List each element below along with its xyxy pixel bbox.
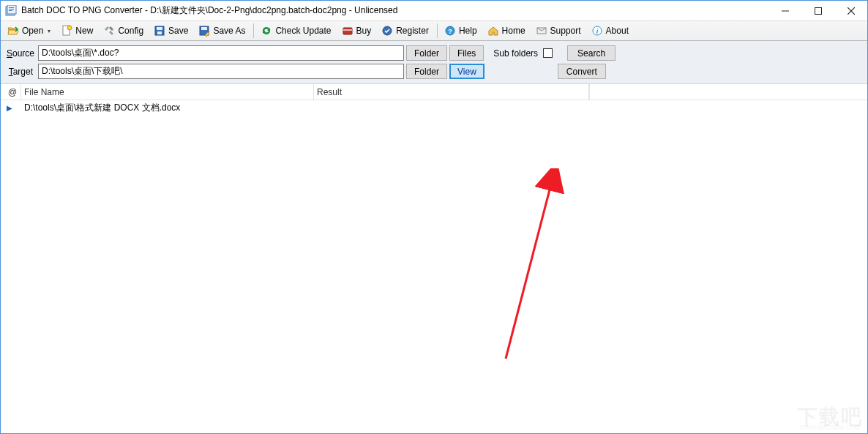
register-icon (381, 25, 393, 37)
svg-rect-6 (815, 7, 821, 14)
table-row[interactable]: ▶D:\tools\桌面\格式新建 DOCX 文档.docx (1, 100, 867, 115)
svg-rect-2 (9, 7, 14, 8)
col-at[interactable]: @ (1, 84, 21, 100)
save-icon (154, 25, 165, 37)
sub-folders-label: Sub folders (493, 48, 538, 59)
col-result[interactable]: Result (314, 84, 589, 100)
about-button[interactable]: i About (588, 23, 634, 39)
app-icon (5, 5, 17, 17)
home-label: Home (502, 26, 525, 36)
svg-rect-15 (343, 29, 352, 31)
watermark: 下载吧 (797, 403, 863, 431)
svg-rect-14 (343, 28, 352, 34)
separator (253, 23, 254, 38)
about-label: About (606, 26, 629, 36)
toolbar: Open ▾ New Config Save Save As Check Upd… (1, 21, 867, 41)
save-as-button[interactable]: Save As (195, 23, 250, 39)
target-label: Target (7, 67, 36, 77)
col-spacer (589, 84, 867, 100)
source-input[interactable] (38, 45, 404, 61)
source-row: Source Folder Files Sub folders Search (7, 45, 861, 61)
file-list: @ File Name Result ▶D:\tools\桌面\格式新建 DOC… (1, 84, 867, 433)
save-label: Save (168, 26, 188, 36)
config-button[interactable]: Config (100, 23, 149, 39)
close-button[interactable] (834, 1, 867, 21)
annotation-arrow (498, 168, 586, 366)
check-update-button[interactable]: Check Update (257, 23, 336, 39)
watermark-url: www.xiazaiba.com (800, 423, 860, 431)
home-button[interactable]: Home (484, 23, 531, 39)
svg-rect-11 (157, 31, 162, 34)
config-label: Config (118, 26, 143, 36)
open-label: Open (22, 26, 43, 36)
help-button[interactable]: ? Help (441, 23, 482, 39)
config-icon (103, 25, 115, 37)
col-filename[interactable]: File Name (21, 84, 314, 100)
row-filename: D:\tools\桌面\格式新建 DOCX 文档.docx (21, 102, 314, 114)
save-button[interactable]: Save (150, 23, 193, 39)
source-files-button[interactable]: Files (449, 45, 484, 61)
target-input[interactable] (38, 64, 404, 79)
svg-rect-13 (201, 27, 207, 30)
window-controls (768, 1, 867, 21)
help-icon: ? (444, 25, 456, 37)
help-label: Help (459, 26, 477, 36)
support-label: Support (550, 26, 581, 36)
convert-button[interactable]: Convert (558, 64, 606, 79)
titlebar: Batch DOC TO PNG Converter - D:\新建文件夹\Do… (1, 1, 867, 21)
register-label: Register (396, 26, 429, 36)
register-button[interactable]: Register (378, 23, 434, 39)
search-button[interactable]: Search (567, 45, 616, 61)
sub-folders-checkbox[interactable] (543, 48, 553, 58)
svg-rect-3 (9, 9, 14, 10)
view-button[interactable]: View (449, 64, 484, 79)
svg-point-8 (67, 26, 72, 30)
play-icon: ▶ (1, 104, 21, 112)
svg-rect-5 (782, 10, 789, 11)
save-as-label: Save As (213, 26, 245, 36)
open-button[interactable]: Open ▾ (4, 23, 56, 39)
maximize-button[interactable] (801, 1, 834, 21)
buy-icon (342, 25, 353, 37)
save-as-icon (198, 25, 210, 37)
target-folder-button[interactable]: Folder (406, 64, 447, 79)
open-folder-icon (7, 25, 19, 37)
separator (437, 23, 438, 38)
source-label: Source (7, 48, 36, 59)
buy-label: Buy (356, 26, 372, 36)
support-button[interactable]: Support (532, 23, 586, 39)
svg-line-23 (506, 176, 553, 359)
window-title: Batch DOC TO PNG Converter - D:\新建文件夹\Do… (21, 4, 768, 17)
dropdown-icon: ▾ (48, 28, 50, 34)
new-label: New (75, 26, 93, 36)
new-file-icon (61, 25, 72, 37)
new-button[interactable]: New (57, 23, 98, 39)
path-panel: Source Folder Files Sub folders Search T… (1, 41, 867, 84)
target-row: Target Folder View Convert (7, 64, 861, 79)
list-header: @ File Name Result (1, 84, 867, 100)
svg-text:?: ? (448, 28, 452, 35)
svg-rect-10 (157, 27, 162, 30)
check-update-icon (261, 25, 272, 37)
buy-button[interactable]: Buy (338, 23, 377, 39)
minimize-button[interactable] (768, 1, 801, 21)
about-icon: i (591, 25, 603, 37)
check-update-label: Check Update (275, 26, 331, 36)
home-icon (487, 25, 499, 37)
svg-rect-4 (9, 10, 12, 11)
source-folder-button[interactable]: Folder (406, 45, 447, 61)
support-icon (536, 25, 547, 37)
